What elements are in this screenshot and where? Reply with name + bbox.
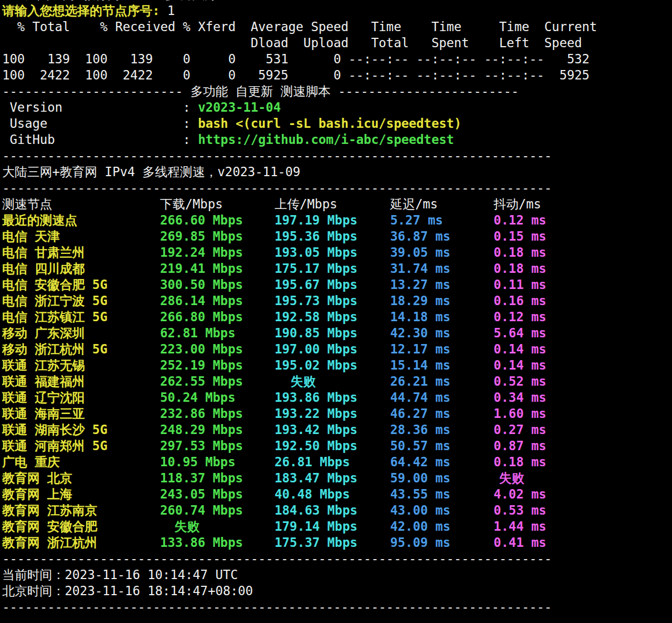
name-cell: 电信 江苏镇江 5G [2, 309, 107, 325]
name-cell: 广电 重庆 [2, 454, 60, 470]
speedtest-row: 联通 辽宁沈阳50.24 Mbps193.86 Mbps44.74 ms0.34… [0, 390, 672, 406]
separator-dashes: ----------------------------------------… [2, 551, 552, 566]
separator-line: ----------------------------------------… [0, 599, 672, 615]
curl-progress-text: 100 2422 100 2422 0 0 5925 0 --:--:-- --… [2, 68, 590, 82]
speedtest-row: 联通 福建福州262.55 Mbps失败26.21 ms0.52 ms [0, 373, 672, 390]
name-cell: 联通 辽宁沈阳 [2, 390, 85, 406]
name-cell: 教育网 北京 [2, 470, 72, 486]
info-label: Usage : [2, 116, 198, 131]
upload-cell: 192.50 Mbps [275, 438, 357, 454]
separator-line: ----------------------------------------… [0, 148, 672, 164]
jitter-cell: 0.18 ms [494, 261, 546, 277]
speedtest-row: 电信 甘肃兰州192.24 Mbps193.05 Mbps39.05 ms0.1… [0, 245, 672, 261]
upload-cell: 193.42 Mbps [275, 422, 357, 438]
latency-cell: 26.21 ms [390, 373, 450, 390]
latency-cell: 18.29 ms [390, 293, 450, 309]
name-cell: 联通 江苏无锡 [2, 357, 85, 373]
jitter-cell: 1.60 ms [494, 406, 546, 422]
upload-cell: 195.67 Mbps [275, 277, 357, 293]
name-cell: 教育网 江苏南京 [2, 502, 97, 519]
separator-line: ----------------------------------------… [0, 180, 672, 196]
latency-cell: 14.18 ms [390, 309, 450, 325]
jitter-cell: 0.16 ms [494, 293, 546, 309]
name-cell: 联通 湖南长沙 5G [2, 422, 107, 438]
name-cell: 联通 海南三亚 [2, 406, 85, 422]
run-title-text: 大陆三网+教育网 IPv4 多线程测速，v2023-11-09 [2, 165, 300, 179]
name-cell: 电信 浙江宁波 5G [2, 293, 107, 309]
footer-beijing-line: 北京时间：2023-11-16 18:14:47+08:00 [0, 583, 672, 599]
table-header-line: 测速节点下载/Mbps上传/Mbps延迟/ms抖动/ms [0, 196, 672, 212]
jitter-cell: 0.41 ms [494, 535, 546, 551]
info-line: GitHub : https://github.com/i-abc/speedt… [0, 132, 672, 148]
curl-progress-text: 100 139 100 139 0 0 531 0 --:--:-- --:--… [2, 52, 590, 66]
name-cell: 移动 浙江杭州 5G [2, 341, 107, 357]
download-cell: 248.29 Mbps [160, 422, 243, 438]
separator-dashes: ----------------------------------------… [2, 181, 552, 195]
run-title-line: 大陆三网+教育网 IPv4 多线程测速，v2023-11-09 [0, 164, 672, 180]
latency-cell: 12.17 ms [390, 341, 450, 357]
speedtest-row: 移动 浙江杭州 5G223.00 Mbps197.00 Mbps12.17 ms… [0, 341, 672, 357]
download-cell: 260.74 Mbps [160, 502, 243, 519]
speedtest-row: 教育网 浙江杭州133.86 Mbps175.37 Mbps95.09 ms0.… [0, 535, 672, 551]
jitter-cell: 失败 [499, 470, 524, 486]
speedtest-row: 电信 浙江宁波 5G286.14 Mbps195.73 Mbps18.29 ms… [0, 293, 672, 309]
name-cell: 电信 安徽合肥 5G [2, 277, 107, 293]
jitter-cell: 0.18 ms [494, 245, 546, 261]
upload-cell: 193.22 Mbps [275, 406, 357, 422]
download-cell: 297.53 Mbps [160, 438, 243, 454]
separator-dashes: ----------------------------------------… [2, 148, 552, 163]
info-label: GitHub : [2, 132, 198, 147]
upload-cell: 184.63 Mbps [275, 502, 357, 519]
download-cell: 300.50 Mbps [160, 277, 243, 293]
download-cell: 10.95 Mbps [160, 454, 235, 470]
latency-cell: 43.55 ms [390, 486, 450, 502]
latency-cell: 59.00 ms [390, 470, 450, 486]
upload-cell: 失败 [291, 373, 316, 390]
upload-cell: 179.14 Mbps [275, 519, 357, 535]
jitter-cell: 0.14 ms [494, 341, 546, 357]
latency-cell: 36.87 ms [390, 228, 450, 245]
name-cell: 教育网 浙江杭州 [2, 535, 97, 551]
curl-progress-row: 100 139 100 139 0 0 531 0 --:--:-- --:--… [0, 51, 672, 67]
footer-utc-line: 当前时间：2023-11-16 10:14:47 UTC [0, 567, 672, 583]
prompt-input-value: 1 [167, 3, 175, 18]
latency-cell: 13.27 ms [390, 277, 450, 293]
jitter-cell: 0.27 ms [494, 422, 546, 438]
download-cell: 286.14 Mbps [160, 293, 243, 309]
download-cell: 219.41 Mbps [160, 261, 243, 277]
latency-cell: 44.74 ms [390, 390, 450, 406]
info-line: Version : v2023-11-04 [0, 99, 672, 116]
download-cell: 62.81 Mbps [160, 325, 235, 341]
current-time-beijing: 北京时间：2023-11-16 18:14:47+08:00 [2, 584, 253, 598]
speedtest-row: 教育网 安徽合肥失败179.14 Mbps42.00 ms1.44 ms [0, 519, 672, 535]
upload-cell: 197.00 Mbps [275, 341, 357, 357]
curl-header-text: % Total % Received % Xferd Average Speed… [2, 19, 597, 34]
latency-cell: 39.05 ms [390, 245, 450, 261]
speedtest-row: 电信 天津269.85 Mbps195.36 Mbps36.87 ms0.15 … [0, 228, 672, 245]
curl-header-line-2: Dload Upload Total Spent Left Speed [0, 35, 672, 51]
latency-cell: 42.00 ms [390, 519, 450, 535]
upload-cell: 26.81 Mbps [275, 454, 350, 470]
speedtest-row: 广电 重庆10.95 Mbps26.81 Mbps64.42 ms0.18 ms [0, 454, 672, 470]
speedtest-row: 电信 四川成都219.41 Mbps175.17 Mbps31.74 ms0.1… [0, 261, 672, 277]
speedtest-row: 联通 江苏无锡252.19 Mbps195.02 Mbps15.14 ms0.1… [0, 357, 672, 373]
upload-cell: 195.73 Mbps [275, 293, 357, 309]
jitter-cell: 0.87 ms [494, 438, 546, 454]
jitter-cell: 1.44 ms [494, 519, 546, 535]
jitter-cell: 0.12 ms [494, 309, 546, 325]
speedtest-row: 电信 江苏镇江 5G266.80 Mbps192.58 Mbps14.18 ms… [0, 309, 672, 325]
jitter-cell: 4.02 ms [494, 486, 546, 502]
jitter-cell: 0.53 ms [494, 502, 546, 519]
speedtest-row: 教育网 北京118.37 Mbps183.47 Mbps59.00 ms失败 [0, 470, 672, 486]
latency-cell: 31.74 ms [390, 261, 450, 277]
latency-cell: 64.42 ms [390, 454, 450, 470]
speedtest-row: 教育网 江苏南京260.74 Mbps184.63 Mbps43.00 ms0.… [0, 502, 672, 519]
download-cell: 262.55 Mbps [160, 373, 243, 390]
upload-cell: 175.17 Mbps [275, 261, 357, 277]
name-cell: 教育网 上海 [2, 486, 72, 502]
speedtest-row: 教育网 上海243.05 Mbps40.48 Mbps43.55 ms4.02 … [0, 486, 672, 502]
upload-cell: 192.58 Mbps [275, 309, 357, 325]
prompt-line: 请输入您想选择的节点序号: 1 [0, 3, 672, 19]
terminal-screen[interactable]: 2. 大陆三网+教育网 IPv6 多线程测速请输入您想选择的节点序号: 1 % … [0, 0, 672, 623]
name-cell: 电信 天津 [2, 228, 60, 245]
